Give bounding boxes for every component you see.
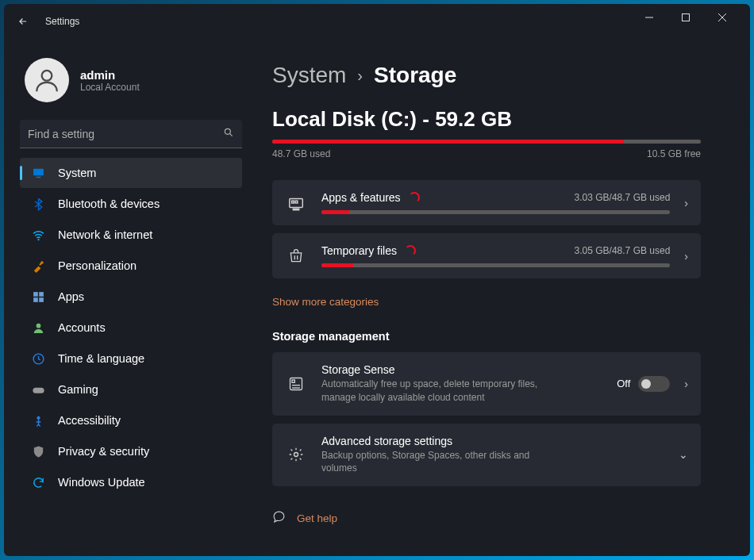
- breadcrumb-current: Storage: [374, 63, 456, 88]
- search-icon: [223, 127, 234, 141]
- sidebar-item-network-internet[interactable]: Network & internet: [20, 220, 242, 250]
- sidebar-item-system[interactable]: System: [20, 158, 242, 188]
- chevron-right-icon: ›: [684, 197, 688, 209]
- svg-rect-7: [33, 168, 44, 175]
- svg-rect-1: [683, 14, 690, 21]
- monitor-icon: [31, 166, 45, 180]
- bluetooth-icon: [31, 197, 45, 211]
- svg-point-4: [42, 71, 52, 81]
- svg-line-6: [229, 133, 232, 136]
- sidebar-item-accessibility[interactable]: Accessibility: [20, 405, 242, 435]
- category-temporary-files[interactable]: Temporary files 3.05 GB/48.7 GB used›: [272, 233, 701, 278]
- titlebar: Settings: [4, 4, 750, 39]
- svg-point-14: [36, 323, 40, 328]
- help-icon: [272, 510, 286, 526]
- gear-icon: [285, 447, 307, 462]
- breadcrumb-parent[interactable]: System: [272, 63, 346, 88]
- svg-rect-21: [295, 201, 298, 203]
- svg-rect-8: [36, 176, 40, 177]
- svg-rect-12: [33, 297, 38, 302]
- sidebar-item-privacy-security[interactable]: Privacy & security: [20, 436, 242, 466]
- svg-point-5: [225, 128, 230, 134]
- sidebar-item-time-language[interactable]: Time & language: [20, 343, 242, 374]
- close-button[interactable]: [704, 6, 741, 29]
- sidebar-item-apps[interactable]: Apps: [20, 282, 242, 312]
- category-title: Apps & features: [321, 191, 420, 204]
- sidebar-item-label: Privacy & security: [58, 445, 149, 458]
- sidebar-item-gaming[interactable]: Gaming: [20, 374, 242, 405]
- sidebar-item-personalization[interactable]: Personalization: [20, 251, 242, 281]
- advanced-storage-card[interactable]: Advanced storage settings Backup options…: [272, 424, 701, 487]
- nav: SystemBluetooth & devicesNetwork & inter…: [20, 158, 242, 497]
- show-more-categories[interactable]: Show more categories: [272, 296, 379, 308]
- search-box[interactable]: [20, 120, 242, 148]
- sidebar-item-label: Network & internet: [58, 228, 152, 241]
- chevron-right-icon: ›: [684, 250, 688, 263]
- gamepad-icon: [31, 382, 45, 397]
- storage-sense-toggle[interactable]: [638, 376, 670, 392]
- avatar: [25, 58, 69, 102]
- category-apps-features[interactable]: Apps & features 3.03 GB/48.7 GB used›: [272, 180, 701, 225]
- main-panel: System › Storage Local Disk (C:) - 59.2 …: [250, 39, 750, 556]
- advanced-storage-desc: Backup options, Storage Spaces, other di…: [321, 449, 567, 476]
- sidebar: admin Local Account SystemBluetooth & de…: [4, 39, 250, 556]
- category-title: Temporary files: [321, 244, 416, 257]
- sync-icon: [31, 475, 45, 489]
- minimize-button[interactable]: [631, 6, 667, 29]
- grid-icon: [31, 290, 45, 304]
- sidebar-item-label: System: [58, 167, 96, 179]
- person2-icon: [31, 413, 45, 428]
- search-input[interactable]: [28, 128, 223, 140]
- sidebar-item-label: Apps: [58, 290, 84, 303]
- sidebar-item-bluetooth-devices[interactable]: Bluetooth & devices: [20, 189, 242, 219]
- brush-icon: [31, 259, 45, 273]
- profile[interactable]: admin Local Account: [20, 47, 242, 120]
- breadcrumb: System › Storage: [272, 63, 728, 88]
- sidebar-item-windows-update[interactable]: Windows Update: [20, 467, 242, 497]
- sidebar-item-label: Bluetooth & devices: [58, 198, 160, 210]
- category-meta: 3.03 GB/48.7 GB used: [575, 192, 671, 203]
- sidebar-item-label: Windows Update: [58, 476, 145, 489]
- svg-point-26: [294, 453, 298, 457]
- get-help-link[interactable]: Get help: [297, 512, 337, 524]
- category-meta: 3.05 GB/48.7 GB used: [575, 245, 671, 256]
- profile-name: admin: [80, 68, 140, 82]
- window-title: Settings: [45, 16, 79, 27]
- svg-rect-16: [33, 387, 44, 393]
- storage-sense-desc: Automatically free up space, delete temp…: [321, 378, 567, 405]
- sidebar-item-label: Gaming: [58, 383, 98, 396]
- trash-icon: [285, 248, 307, 264]
- disk-used-label: 48.7 GB used: [272, 148, 330, 159]
- sidebar-item-accounts[interactable]: Accounts: [20, 313, 242, 343]
- profile-account: Local Account: [80, 82, 140, 93]
- svg-point-9: [37, 239, 39, 240]
- svg-rect-10: [33, 292, 38, 297]
- person-icon: [31, 320, 45, 335]
- sidebar-item-label: Personalization: [58, 259, 137, 272]
- storage-management-heading: Storage management: [272, 330, 728, 343]
- advanced-storage-title: Advanced storage settings: [321, 435, 664, 447]
- loading-spinner-icon: [409, 192, 420, 203]
- disk-usage-bar: [272, 140, 701, 144]
- loading-spinner-icon: [405, 245, 416, 256]
- svg-rect-11: [39, 292, 44, 297]
- chevron-right-icon: ›: [684, 378, 688, 390]
- storage-sense-card[interactable]: Storage Sense Automatically free up spac…: [272, 352, 701, 416]
- chevron-right-icon: ›: [357, 67, 363, 85]
- svg-point-17: [37, 416, 40, 419]
- maximize-button[interactable]: [667, 6, 704, 29]
- svg-rect-19: [293, 209, 298, 209]
- svg-rect-13: [39, 297, 44, 302]
- storage-sense-icon: [285, 376, 307, 392]
- clock-icon: [31, 351, 45, 366]
- category-usage-bar: [321, 210, 670, 214]
- storage-sense-title: Storage Sense: [321, 363, 602, 376]
- get-help[interactable]: Get help: [272, 510, 728, 526]
- disk-free-label: 10.5 GB free: [647, 148, 701, 159]
- apps-icon: [285, 194, 307, 212]
- shield-icon: [31, 444, 45, 458]
- storage-sense-state: Off: [617, 378, 630, 389]
- sidebar-item-label: Accounts: [58, 321, 106, 334]
- back-button[interactable]: [13, 12, 33, 31]
- chevron-down-icon: ⌄: [679, 448, 688, 461]
